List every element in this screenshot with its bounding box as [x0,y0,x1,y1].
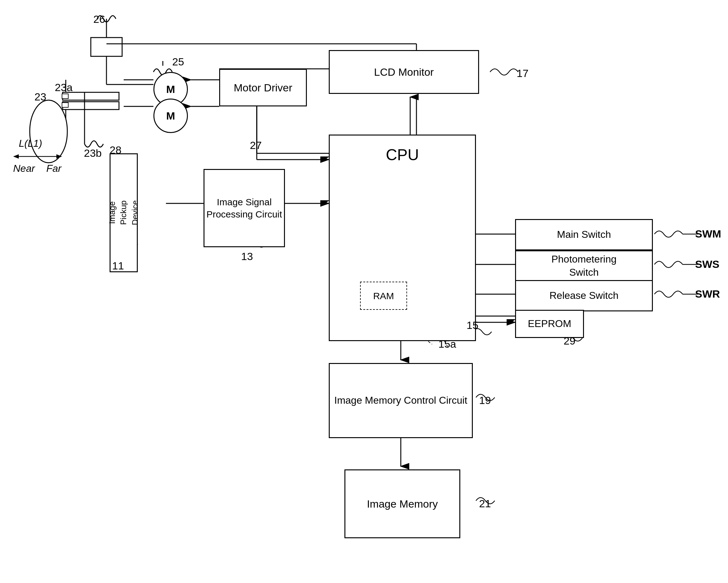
label-15: 15 [467,319,478,331]
image-memory-label: Image Memory [367,497,438,511]
photometering-switch-box: PhotometeringSwitch [515,250,653,282]
svg-rect-15 [62,102,119,110]
lcd-monitor-box: LCD Monitor [329,50,479,94]
label-ll1: L(L1) [19,138,42,149]
label-near: Near [13,163,35,174]
motor-driver-label: Motor Driver [234,81,292,94]
image-signal-box: Image Signal Processing Circuit [204,169,285,247]
cpu-label: CPU [386,145,419,165]
label-27: 27 [250,139,262,151]
svg-rect-6 [91,37,122,56]
release-switch-label: Release Switch [549,289,619,302]
label-11: 11 [112,260,124,272]
svg-marker-39 [56,154,62,159]
label-15a: 15a [438,338,456,350]
svg-rect-17 [62,103,68,107]
image-pickup-label: ImagePickupDevice [106,200,140,225]
image-signal-label: Image Signal Processing Circuit [205,196,284,220]
lcd-monitor-label: LCD Monitor [374,65,434,79]
release-switch-box: Release Switch [515,280,653,311]
image-pickup-box: ImagePickupDevice [110,153,138,272]
ram-label: RAM [373,290,394,302]
label-28: 28 [110,144,122,156]
ram-box: RAM [360,282,407,310]
motor-lower-label: M [166,110,175,122]
label-21: 21 [479,498,491,510]
label-19: 19 [479,394,491,407]
diagram: Motor Driver LCD Monitor Image Signal Pr… [0,0,728,583]
image-memory-control-label: Image Memory Control Circuit [334,394,467,407]
label-sws: SWS [695,258,719,270]
eeprom-label: EEPROM [528,317,571,330]
main-switch-box: Main Switch [515,219,653,250]
image-memory-control-box: Image Memory Control Circuit [329,363,473,438]
label-23: 23 [34,91,46,103]
main-switch-label: Main Switch [557,228,611,241]
svg-rect-16 [62,94,68,99]
label-swr: SWR [695,288,720,300]
label-swm: SWM [695,228,721,240]
label-far: Far [46,163,61,174]
label-26: 26 [93,13,105,25]
label-23a: 23a [55,81,73,93]
motor-driver-box: Motor Driver [219,69,307,106]
svg-point-20 [30,100,67,163]
cpu-box: CPU [329,135,476,341]
motor-upper-label: M [166,83,175,95]
svg-marker-38 [13,154,19,159]
photometering-switch-label: PhotometeringSwitch [551,253,617,279]
label-25: 25 [172,56,184,68]
eeprom-box: EEPROM [515,310,584,338]
label-13: 13 [241,250,253,262]
label-29: 29 [564,335,575,347]
image-memory-box: Image Memory [344,469,460,538]
label-17: 17 [517,67,528,80]
motor-lower: M [153,99,188,133]
label-23b: 23b [84,147,102,159]
